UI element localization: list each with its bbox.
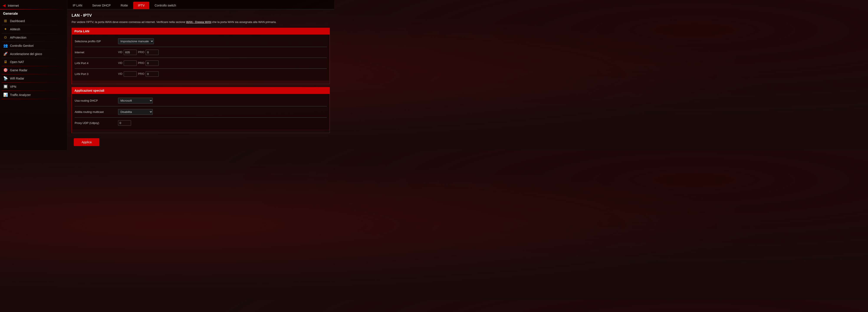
page-description: Per vedere l'IPTV, la porta WAN deve ess… [72, 20, 330, 24]
sidebar-item-wifi-radar[interactable]: 📡 Wifi Radar [0, 74, 67, 82]
row-lan-port-3: LAN Port 3 VID PRIO [75, 70, 327, 78]
sidebar-item-game-radar[interactable]: 🎯 Game Radar [0, 66, 67, 74]
row-abilita-routing-multicast: Abilita routing multicast Disabilita Abi… [75, 107, 327, 116]
label-lan-port-4: LAN Port 4 [75, 62, 118, 65]
label-internet: Internet [75, 51, 118, 54]
select-routing-dhcp[interactable]: Microsoft Disabilita Abilita [118, 98, 153, 104]
hr-1 [75, 47, 327, 47]
applicazioni-speciali-body: Usa routing DHCP Microsoft Disabilita Ab… [72, 94, 330, 130]
sidebar-item-accelerazione[interactable]: 🚀 Accelerazione del gioco [0, 50, 67, 58]
label-prio-lan3: PRIO [138, 72, 144, 75]
sidebar-item-aiprotection[interactable]: ⊙ AiProtection [0, 33, 67, 41]
label-prio-lan4: PRIO [138, 62, 144, 65]
traffic-analyzer-icon: 📊 [3, 93, 8, 97]
wifi-radar-icon: 📡 [3, 76, 8, 80]
controls-routing-multicast: Disabilita Abilita [118, 109, 153, 115]
main-content: IP LAN Server DHCP Rotte IPTV Controllo … [67, 0, 334, 150]
row-internet: Internet VID PRIO [75, 48, 327, 57]
select-routing-multicast[interactable]: Disabilita Abilita [118, 109, 153, 115]
sidebar: ◀ Internet Generale ⊞ Dashboard ✦ AiMesh… [0, 0, 67, 150]
row-proxy-udp: Proxy UDP (Udpxy) [75, 118, 327, 128]
sidebar-item-open-nat[interactable]: 🖥 Open NAT [0, 58, 67, 66]
applicazioni-speciali-section: Applicazioni speciali Usa routing DHCP M… [72, 87, 330, 133]
input-lan4-vid[interactable] [124, 61, 137, 66]
input-lan4-prio[interactable] [146, 61, 159, 66]
internet-icon: ◀ [3, 3, 6, 8]
label-vid-internet: VID [118, 51, 122, 54]
label-usa-routing-dhcp: Usa routing DHCP [75, 99, 118, 102]
label-prio-internet: PRIO [138, 51, 144, 54]
hr-3 [75, 68, 327, 69]
applica-button[interactable]: Applica [74, 138, 99, 146]
applicazioni-speciali-header: Applicazioni speciali [72, 87, 330, 94]
label-abilita-routing-multicast: Abilita routing multicast [75, 110, 118, 113]
controllo-genitori-icon: 👥 [3, 43, 8, 48]
controls-lan-port-4: VID PRIO [118, 61, 159, 66]
sidebar-divider-internet [0, 9, 67, 9]
input-internet-vid[interactable] [124, 49, 137, 55]
input-lan3-vid[interactable] [124, 71, 137, 77]
aiprotection-icon: ⊙ [3, 35, 8, 40]
page-body: LAN - IPTV Per vedere l'IPTV, la porta W… [67, 9, 334, 150]
row-lan-port-4: LAN Port 4 VID PRIO [75, 59, 327, 68]
sidebar-item-traffic-analyzer[interactable]: 📊 Traffic Analyzer [0, 91, 67, 99]
tab-ip-lan[interactable]: IP LAN [68, 2, 87, 9]
dashboard-icon: ⊞ [3, 19, 8, 23]
sidebar-item-dashboard[interactable]: ⊞ Dashboard [0, 17, 67, 25]
controls-internet: VID PRIO [118, 49, 159, 55]
tab-iptv[interactable]: IPTV [133, 2, 149, 9]
controls-proxy-udp [118, 120, 131, 126]
input-internet-prio[interactable] [146, 49, 159, 55]
select-profilo-isp[interactable]: Impostazione manuale Custom [118, 38, 154, 44]
sidebar-section-generale: Generale [0, 10, 67, 17]
sidebar-item-controllo-genitori[interactable]: 👥 Controllo Genitori [0, 42, 67, 49]
input-proxy-udp[interactable] [118, 120, 131, 126]
porta-lan-section: Porta LAN Seleziona profilo ISP Impostaz… [72, 28, 330, 84]
porta-lan-body: Seleziona profilo ISP Impostazione manua… [72, 34, 330, 81]
controls-lan-port-3: VID PRIO [118, 71, 159, 77]
label-vid-lan3: VID [118, 72, 122, 75]
game-radar-icon: 🎯 [3, 68, 8, 72]
hr-2 [75, 58, 327, 58]
accelerazione-icon: 🚀 [3, 51, 8, 56]
label-proxy-udp: Proxy UDP (Udpxy) [75, 121, 118, 125]
tab-server-dhcp[interactable]: Server DHCP [88, 2, 115, 9]
porta-lan-header: Porta LAN [72, 28, 330, 34]
controls-profilo-isp: Impostazione manuale Custom [118, 38, 154, 44]
page-title: LAN - IPTV [72, 13, 330, 18]
tab-rotte[interactable]: Rotte [116, 2, 132, 9]
sidebar-item-internet[interactable]: ◀ Internet [0, 2, 67, 9]
aimesh-icon: ✦ [3, 27, 8, 31]
label-seleziona-profilo-isp: Seleziona profilo ISP [75, 40, 118, 43]
tab-controllo-switch[interactable]: Controllo switch [150, 2, 181, 9]
row-usa-routing-dhcp: Usa routing DHCP Microsoft Disabilita Ab… [75, 96, 327, 105]
hr-5 [75, 117, 327, 118]
tab-bar: IP LAN Server DHCP Rotte IPTV Controllo … [67, 0, 334, 9]
sidebar-item-vpn[interactable]: 🔲 VPN [0, 82, 67, 91]
input-lan3-prio[interactable] [146, 71, 159, 77]
label-vid-lan4: VID [118, 62, 122, 65]
row-seleziona-profilo-isp: Seleziona profilo ISP Impostazione manua… [75, 37, 327, 46]
open-nat-icon: 🖥 [3, 60, 8, 64]
label-lan-port-3: LAN Port 3 [75, 72, 118, 76]
sidebar-item-aimesh[interactable]: ✦ AiMesh [0, 25, 67, 33]
hr-4 [75, 106, 327, 106]
controls-routing-dhcp: Microsoft Disabilita Abilita [118, 98, 153, 104]
wan-doppia-wan-link[interactable]: WAN - Doppia WAN [186, 21, 211, 24]
vpn-icon: 🔲 [3, 84, 8, 89]
